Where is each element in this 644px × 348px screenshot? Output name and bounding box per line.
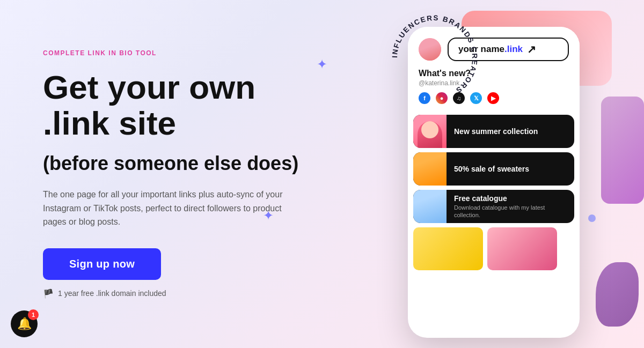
bell-icon: 🔔 <box>17 317 32 331</box>
link-item-summer[interactable]: New summer collection <box>413 115 574 148</box>
sparkle-icon-1: ✦ <box>317 58 327 71</box>
phone-links: New summer collection 50% sale of sweate… <box>408 115 580 223</box>
link-title-sweater: 50% sale of sweaters <box>454 165 567 173</box>
headline: Get your own .link site <box>43 70 322 142</box>
domain-note: 🏴 1 year free .link domain included <box>43 288 322 299</box>
sparkle-icon-2: ✦ <box>263 209 274 222</box>
tagline: COMPLETE LINK IN BIO TOOL <box>43 49 322 57</box>
page-wrapper: COMPLETE LINK IN BIO TOOL Get your own .… <box>0 0 644 348</box>
link-thumb-catalogue <box>413 190 447 223</box>
bottom-photos <box>408 223 580 270</box>
youtube-icon[interactable]: ▶ <box>487 92 499 104</box>
subheadline: (before someone else does) <box>43 152 322 175</box>
dot-decoration <box>588 214 596 222</box>
blob-decoration <box>596 262 639 327</box>
headline-line2: .link site <box>43 105 176 142</box>
right-section: INFLUENCERS BRANDS CREATORS your name.li… <box>354 0 644 348</box>
link-title-summer: New summer collection <box>454 127 567 136</box>
flag-icon: 🏴 <box>43 288 54 299</box>
bottom-photo-yellow <box>413 227 483 270</box>
bottom-photo-pink <box>487 227 557 270</box>
bg-card-right <box>601 97 644 204</box>
svg-text:INFLUENCERS  BRANDS  CREATORS: INFLUENCERS BRANDS CREATORS <box>391 14 479 95</box>
link-item-catalogue[interactable]: Free catalogue Download catalogue with m… <box>413 190 574 223</box>
notification-badge: 1 <box>28 309 39 320</box>
cursor-icon: ↗ <box>527 43 536 56</box>
link-text-summer: New summer collection <box>447 123 574 140</box>
circular-text: INFLUENCERS BRANDS CREATORS <box>386 10 483 106</box>
signup-button[interactable]: Sign up now <box>43 248 161 280</box>
domain-note-text: 1 year free .link domain included <box>58 289 166 298</box>
notification-bell[interactable]: 🔔 1 <box>11 310 38 337</box>
link-title-catalogue: Free catalogue <box>454 194 567 203</box>
name-link-part: .link <box>504 44 523 55</box>
link-thumb-summer <box>413 115 447 148</box>
link-text-catalogue: Free catalogue Download catalogue with m… <box>447 190 574 223</box>
link-thumb-sweater <box>413 152 447 186</box>
link-item-sweater[interactable]: 50% sale of sweaters <box>413 152 574 186</box>
description: The one page for all your important link… <box>43 188 290 229</box>
link-subtitle-catalogue: Download catalogue with my latest collec… <box>454 204 567 219</box>
left-section: COMPLETE LINK IN BIO TOOL Get your own .… <box>0 17 354 331</box>
link-text-sweater: 50% sale of sweaters <box>447 160 574 177</box>
headline-line1: Get your own <box>43 69 255 106</box>
